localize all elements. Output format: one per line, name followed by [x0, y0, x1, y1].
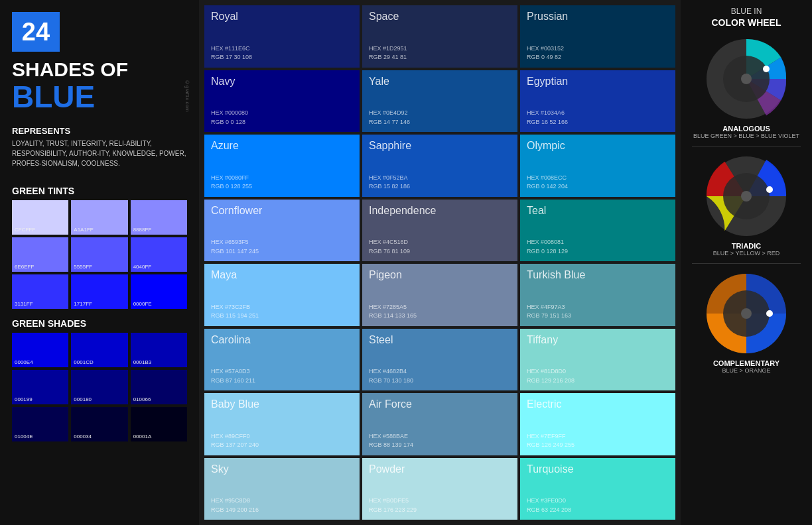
shades-title: SHADES OF BLUE — [12, 58, 187, 114]
shade-info: HEX #008ECC RGB 0 142 204 — [527, 174, 669, 192]
swatch-label: 1717FF — [74, 301, 92, 307]
center-panel: RoyalHEX #111E6C RGB 17 30 108SpaceHEX #… — [199, 0, 681, 525]
shade-name: Pigeon — [369, 269, 511, 281]
svg-point-11 — [741, 308, 752, 319]
shade-name: Air Force — [369, 398, 511, 410]
svg-point-6 — [766, 186, 773, 193]
triadic-label: TRIADIC — [732, 242, 762, 250]
shade-name: Electric — [527, 398, 669, 410]
tint-swatch: 6E6EFF — [12, 237, 68, 272]
shade-info: HEX #6593F5 RGB 101 147 245 — [211, 238, 353, 256]
shade-cell: RoyalHEX #111E6C RGB 17 30 108 — [204, 5, 360, 68]
swatch-label: 3131FF — [15, 301, 33, 307]
shade-cell: CornflowerHEX #6593F5 RGB 101 147 245 — [204, 200, 360, 262]
shade-name: Space — [369, 11, 511, 23]
shade-info: HEX #588BAE RGB 88 139 174 — [369, 432, 511, 450]
shade-cell: SpaceHEX #1D2951 RGB 29 41 81 — [362, 5, 517, 68]
triadic-section: TRIADIC BLUE > YELLOW > RED — [686, 153, 807, 257]
represents-text: LOYALITY, TRUST, INTEGRITY, RELI-ABILITY… — [12, 139, 187, 168]
tint-swatch: 8888FF — [131, 200, 187, 235]
shade-cell: YaleHEX #0E4D92 RGB 14 77 146 — [362, 70, 517, 133]
swatch-label: 6E6EFF — [15, 264, 34, 270]
shade-name: Carolina — [211, 334, 353, 346]
shade-info: HEX #000080 RGB 0 0 128 — [211, 109, 353, 127]
shade-name: Navy — [211, 76, 353, 88]
wheel-title-main: COLOR WHEEL — [712, 17, 781, 28]
shade-swatch: 0001CD — [71, 333, 127, 367]
svg-point-2 — [763, 66, 770, 72]
shade-cell: TiffanyHEX #81D8D0 RGB 129 216 208 — [520, 329, 675, 391]
shade-info: HEX #81D8D0 RGB 129 216 208 — [527, 367, 669, 385]
shade-name: Yale — [369, 76, 511, 88]
shade-swatch: 0001B3 — [131, 333, 187, 367]
shade-cell: CarolinaHEX #57A0D3 RGB 87 160 211 — [204, 329, 360, 391]
right-panel: BLUE IN COLOR WHEEL ANALOGOUS BLUE GREEN… — [681, 0, 812, 525]
tint-swatch: 3131FF — [12, 274, 68, 309]
shade-info: HEX #95C8D8 RGB 149 200 216 — [211, 496, 353, 514]
shade-name: Turquoise — [527, 463, 669, 475]
shade-info: HEX #89CFF0 RGB 137 207 240 — [211, 432, 353, 450]
shade-cell: MayaHEX #73C2FB RGB 115 194 251 — [204, 264, 360, 326]
swatch-label: 01004E — [15, 434, 33, 439]
swatch-label: 5555FF — [74, 264, 92, 270]
analogous-wheel — [703, 36, 789, 122]
shade-cell: PowderHEX #B0DFE5 RGB 176 223 229 — [362, 458, 517, 520]
shades-title-line1: SHADES OF — [12, 58, 128, 80]
complementary-label: COMPLEMENTARY — [713, 359, 779, 367]
shade-info: HEX #0E4D92 RGB 14 77 146 — [369, 109, 511, 127]
tint-swatch: A1A1FF — [71, 200, 127, 235]
tint-swatch: 0000FE — [131, 274, 187, 309]
tint-swatch: 1717FF — [71, 274, 127, 309]
shade-cell: SapphireHEX #0F52BA RGB 15 82 186 — [362, 135, 517, 197]
swatch-label: 8888FF — [133, 227, 152, 233]
shade-name: Maya — [211, 269, 353, 281]
analogous-sublabel: BLUE GREEN > BLUE > BLUE VIOLET — [693, 133, 799, 139]
shade-info: HEX #7EF9FF RGB 126 249 255 — [527, 432, 669, 450]
shade-info: HEX #0080FF RGB 0 128 255 — [211, 174, 353, 192]
divider-2 — [692, 263, 801, 264]
tint-swatch: CFCFFF — [12, 200, 68, 235]
shade-swatch: 000034 — [71, 407, 127, 441]
svg-point-3 — [741, 74, 752, 84]
shade-info: HEX #1034A6 RGB 16 52 166 — [527, 109, 669, 127]
shade-cell: OlympicHEX #008ECC RGB 0 142 204 — [520, 135, 675, 197]
shade-name: Royal — [211, 11, 353, 23]
shade-swatch: 01004E — [12, 407, 68, 441]
tint-swatch: 4040FF — [131, 237, 187, 272]
shade-swatch: 010066 — [131, 370, 187, 404]
shade-name: Turkish Blue — [527, 269, 669, 281]
shade-swatch: 0000E4 — [12, 333, 68, 367]
swatch-label: 000180 — [74, 396, 92, 402]
tints-label: GREEN TINTS — [12, 186, 187, 196]
shade-name: Teal — [527, 205, 669, 217]
shade-info: HEX #4F97A3 RGB 79 151 163 — [527, 303, 669, 321]
divider-1 — [692, 146, 801, 146]
shade-cell: AzureHEX #0080FF RGB 0 128 255 — [204, 135, 360, 197]
analogous-section: ANALOGOUS BLUE GREEN > BLUE > BLUE VIOLE… — [686, 36, 807, 139]
shade-info: HEX #57A0D3 RGB 87 160 211 — [211, 367, 353, 385]
shade-cell: IndependenceHEX #4C516D RGB 76 81 109 — [362, 200, 517, 262]
shade-info: HEX #4682B4 RGB 70 130 180 — [369, 367, 511, 385]
shades-label: GREEN SHADES — [12, 318, 187, 329]
shade-name: Sky — [211, 463, 353, 475]
shade-name: Steel — [369, 334, 511, 346]
shade-info: HEX #7285A5 RGB 114 133 165 — [369, 303, 511, 321]
shade-name: Prussian — [527, 11, 669, 23]
swatch-label: 0000E4 — [15, 359, 33, 365]
number-text: 24 — [22, 18, 50, 46]
shade-name: Sapphire — [369, 140, 511, 152]
shade-swatch: 000199 — [12, 370, 68, 404]
represents-label: REPRESENTS — [12, 126, 187, 136]
shade-cell: PrussianHEX #003152 RGB 0 49 82 — [520, 5, 675, 68]
shade-info: HEX #0F52BA RGB 15 82 186 — [369, 174, 511, 192]
swatch-label: 00001A — [133, 434, 152, 439]
number-badge: 24 — [12, 12, 60, 52]
left-panel: 24 SHADES OF BLUE ©graf1x.com REPRESENTS… — [0, 0, 199, 525]
watermark: ©graf1x.com — [184, 80, 190, 112]
shade-name: Olympic — [527, 140, 669, 152]
swatch-label: 000034 — [74, 434, 92, 439]
shade-swatch: 00001A — [131, 407, 187, 441]
shade-cell: ElectricHEX #7EF9FF RGB 126 249 255 — [520, 393, 675, 455]
swatch-label: 000199 — [15, 396, 33, 402]
shades-title-line2: BLUE — [12, 80, 95, 114]
